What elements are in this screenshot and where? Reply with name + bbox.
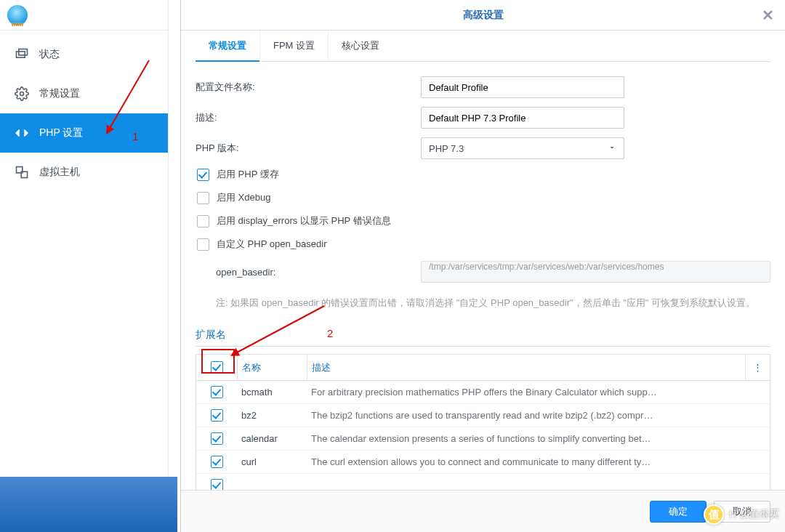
ext-desc: The calendar extension presents a series… [307,433,770,444]
enable-xdebug-checkbox[interactable] [197,192,209,204]
enable-cache-checkbox-row[interactable]: 启用 PHP 缓存 [196,168,770,181]
php-version-value: PHP 7.3 [429,143,464,154]
sidebar-item-general-settings[interactable]: 常规设置 [0,74,168,113]
ext-name: calendar [237,433,307,444]
basedir-label: open_basedir: [216,267,414,278]
ext-desc: The bzip2 functions are used to transpar… [307,410,770,421]
code-icon [15,126,29,140]
svg-point-2 [20,92,24,96]
ok-button[interactable]: 确定 [650,501,706,523]
annotation-label-1: 1 [132,130,138,142]
description-input[interactable] [421,107,624,129]
sidebar-item-status[interactable]: 状态 [0,35,168,74]
row-checkbox[interactable] [211,386,223,398]
row-checkbox[interactable] [211,456,223,468]
sidebar-item-label: 虚拟主机 [39,166,80,179]
table-row[interactable]: bz2 The bzip2 functions are used to tran… [196,404,770,427]
row-checkbox[interactable] [211,432,223,445]
sidebar-item-php-settings[interactable]: PHP 设置 [0,113,168,153]
basedir-input: /tmp:/var/services/tmp:/var/services/web… [421,261,770,283]
profile-name-input[interactable] [421,76,624,98]
nav-list: 状态 常规设置 PHP 设置 虚拟主机 [0,31,168,192]
profile-name-label: 配置文件名称: [196,81,414,94]
sidebar-item-label: 常规设置 [39,87,80,100]
custom-basedir-checkbox[interactable] [197,238,209,251]
ext-desc: For arbitrary precision mathematics PHP … [307,387,770,398]
table-header-row: 名称 描述 ⋮ [196,355,770,381]
extensions-table: 名称 描述 ⋮ bcmath For arbitrary precision m… [196,354,770,490]
table-row[interactable] [196,474,770,490]
table-body[interactable]: bcmath For arbitrary precision mathemati… [196,381,770,490]
gear-icon [15,86,29,101]
extensions-section-title: 扩展名 [196,329,770,347]
enable-xdebug-checkbox-row[interactable]: 启用 Xdebug [196,191,770,204]
table-row[interactable]: curl The curl extension allows you to co… [196,451,770,474]
select-all-checkbox[interactable] [211,361,223,374]
ext-name: bcmath [237,387,307,398]
row-checkbox[interactable] [211,479,223,490]
modal-title: 高级设置 [463,9,504,22]
advanced-settings-modal: 高级设置 ✕ 常规设置 FPM 设置 核心设置 配置文件名称: 描述: PHP … [180,0,785,532]
ext-desc: The curl extension allows you to connect… [307,456,770,467]
modal-footer: 确定 取消 [181,490,785,532]
modal-body: 常规设置 FPM 设置 核心设置 配置文件名称: 描述: PHP 版本: PHP… [181,31,785,490]
form: 配置文件名称: 描述: PHP 版本: PHP 7.3 启用 PHP 缓存 [196,62,770,490]
custom-basedir-checkbox-row[interactable]: 自定义 PHP open_basedir [196,238,770,251]
php-version-label: PHP 版本: [196,142,414,155]
background-strip [0,477,177,532]
tab-general[interactable]: 常规设置 [196,31,259,61]
ext-name: curl [237,456,307,467]
cancel-button[interactable]: 取消 [714,501,770,523]
status-icon [15,47,29,62]
enable-cache-checkbox[interactable] [197,169,209,181]
column-header-name[interactable]: 名称 [237,355,307,380]
app-header [0,0,168,31]
ext-name: bz2 [237,410,307,421]
display-errors-checkbox[interactable] [197,215,209,227]
sidebar-item-label: PHP 设置 [39,126,83,140]
row-checkbox[interactable] [211,409,223,422]
tabs: 常规设置 FPM 设置 核心设置 [196,31,770,62]
description-label: 描述: [196,111,414,124]
custom-basedir-label: 自定义 PHP open_basedir [217,238,327,251]
sidebar: 状态 常规设置 PHP 设置 虚拟主机 [0,0,169,532]
vhost-icon [15,165,29,180]
php-version-select[interactable]: PHP 7.3 [421,137,624,159]
table-row[interactable]: calendar The calendar extension presents… [196,427,770,451]
tab-core[interactable]: 核心设置 [328,31,392,61]
close-icon[interactable]: ✕ [760,8,775,23]
tab-fpm[interactable]: FPM 设置 [259,31,328,61]
annotation-label-2: 2 [327,327,333,339]
enable-cache-label: 启用 PHP 缓存 [217,168,279,181]
basedir-note: 注: 如果因 open_basedir 的错误设置而出错，请取消选择 "自定义 … [196,294,770,311]
column-menu-button[interactable]: ⋮ [745,355,770,380]
modal-header: 高级设置 ✕ [181,0,785,31]
display-errors-label: 启用 display_errors 以显示 PHP 错误信息 [217,214,391,227]
chevron-down-icon [608,143,616,154]
svg-rect-1 [19,49,28,55]
table-row[interactable]: bcmath For arbitrary precision mathemati… [196,381,770,404]
enable-xdebug-label: 启用 Xdebug [217,191,270,204]
app-icon [7,5,28,25]
sidebar-item-vhost[interactable]: 虚拟主机 [0,153,168,192]
sidebar-item-label: 状态 [39,48,60,61]
display-errors-checkbox-row[interactable]: 启用 display_errors 以显示 PHP 错误信息 [196,214,770,227]
column-header-desc[interactable]: 描述 [307,355,745,380]
